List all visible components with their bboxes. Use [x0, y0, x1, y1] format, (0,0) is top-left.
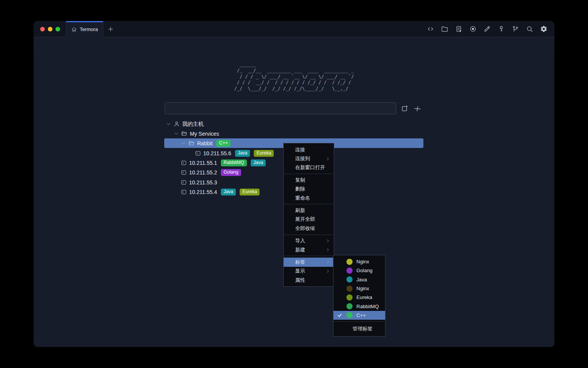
search-icon[interactable]: [524, 24, 534, 34]
tree-row-label: 10.211.55.4: [189, 189, 217, 195]
menu-item-label: 删除: [295, 186, 305, 192]
tree-row-label: 10.211.55.2: [189, 169, 217, 176]
tab-termora[interactable]: Termora: [66, 21, 103, 37]
submenu-item-cpp[interactable]: C++: [333, 311, 385, 320]
menu-item-refresh[interactable]: 刷新: [284, 206, 334, 215]
menu-item-connect[interactable]: 连接: [284, 145, 334, 154]
menu-item-delete[interactable]: 删除: [284, 185, 334, 194]
menu-item-label: 重命名: [295, 195, 310, 202]
tag-badge: RabbitMQ: [221, 159, 247, 166]
submenu-item-nginx-2[interactable]: Nginx: [333, 284, 385, 293]
chevron-right-icon: [326, 260, 330, 264]
menu-item-open-in-new-window[interactable]: 在新窗口打开: [284, 163, 334, 172]
tag-color-dot: [346, 276, 353, 283]
submenu-item-rabbitmq[interactable]: RabbitMQ: [333, 302, 385, 310]
menu-item-properties[interactable]: 属性: [284, 276, 334, 284]
chevron-right-icon: [326, 269, 330, 273]
tag-color-dot: [346, 286, 353, 292]
chevron-right-icon: [326, 157, 330, 161]
checkmark-icon: [336, 313, 343, 318]
submenu-item-label: RabbitMQ: [356, 304, 379, 309]
chevron-down-icon[interactable]: [174, 131, 179, 136]
menu-item-import[interactable]: 导入: [284, 237, 334, 245]
add-host-icon[interactable]: [399, 104, 409, 113]
submenu-item-label: Nginx: [356, 259, 369, 264]
menu-item-label: 在新窗口打开: [295, 164, 325, 171]
tree-row-label: 我的主机: [182, 121, 204, 128]
layout-toggle-icon[interactable]: [412, 104, 422, 113]
tree-row-label: My Services: [190, 131, 219, 137]
submenu-item-label: C++: [356, 312, 366, 318]
record-icon[interactable]: [468, 24, 478, 34]
menu-item-copy[interactable]: 复制: [284, 176, 334, 184]
menu-item-label: 新建: [295, 246, 305, 253]
tree-row-my-hosts[interactable]: 我的主机: [34, 119, 554, 129]
terminal-icon: [195, 150, 201, 156]
folder-icon[interactable]: [439, 24, 449, 34]
edit-icon[interactable]: [482, 24, 492, 34]
tag-submenu: Nginx Golang Java Nginx Eureka RabbitMQ …: [333, 255, 385, 337]
tag-badge: Java: [221, 189, 236, 196]
ascii-logo: ______ /_ __/__ _________ ___ ____ _____…: [234, 62, 354, 92]
chevron-down-icon[interactable]: [181, 141, 186, 146]
menu-item-label: 连接到: [295, 155, 310, 162]
menu-item-connect-to[interactable]: 连接到: [284, 154, 334, 163]
menu-item-label: 属性: [295, 277, 305, 284]
submenu-item-manage-tags[interactable]: 管理标签: [333, 323, 385, 334]
folder-open-icon: [188, 140, 195, 146]
tag-badge: Golang: [221, 169, 241, 176]
submenu-item-golang[interactable]: Golang: [333, 266, 385, 275]
tag-badge: Java: [251, 159, 266, 166]
menu-separator: [284, 174, 334, 174]
branch-icon[interactable]: [510, 24, 520, 34]
submenu-item-label: 管理标签: [353, 325, 372, 332]
tab-label: Termora: [80, 26, 98, 32]
menu-item-label: 连接: [295, 146, 305, 153]
chevron-down-icon[interactable]: [166, 122, 171, 127]
terminal-icon: [181, 169, 187, 176]
menu-item-label: 导入: [295, 237, 305, 244]
terminal-icon: [181, 189, 187, 195]
tag-badge: Eureka: [254, 150, 274, 157]
submenu-item-label: Nginx: [356, 286, 369, 291]
code-icon[interactable]: [425, 24, 435, 34]
log-file-icon[interactable]: [454, 24, 464, 34]
menu-item-collapse-all[interactable]: 全部收缩: [284, 224, 334, 233]
menu-item-label: 全部收缩: [295, 225, 315, 232]
home-icon: [71, 26, 77, 32]
minimize-window-button[interactable]: [48, 27, 52, 31]
traffic-lights: [34, 21, 66, 37]
menu-separator: [284, 256, 334, 256]
tree-row-label: 10.211.55.3: [189, 179, 217, 186]
tree-row-label: Rabbit: [197, 140, 212, 146]
tag-badge: C++: [216, 140, 230, 147]
tag-color-dot: [346, 312, 353, 318]
zoom-window-button[interactable]: [56, 27, 60, 31]
key-icon[interactable]: [496, 24, 506, 34]
submenu-item-java[interactable]: Java: [333, 275, 385, 284]
close-window-button[interactable]: [40, 27, 45, 31]
chevron-right-icon: [326, 239, 330, 243]
menu-item-show[interactable]: 显示: [284, 267, 334, 276]
toolbar: [425, 21, 554, 37]
tree-row-my-services[interactable]: My Services: [34, 129, 554, 138]
menu-item-tags[interactable]: 标签: [284, 258, 334, 266]
new-tab-button[interactable]: [103, 21, 118, 37]
submenu-item-eureka[interactable]: Eureka: [333, 293, 385, 302]
tag-color-dot: [346, 303, 353, 309]
tag-color-dot: [346, 268, 353, 274]
tag-color-dot: [346, 294, 353, 301]
menu-item-rename[interactable]: 重命名: [284, 194, 334, 202]
tag-badge: Java: [235, 150, 250, 157]
host-search-input[interactable]: [165, 102, 396, 114]
submenu-item-label: Golang: [356, 268, 372, 273]
settings-icon[interactable]: [539, 24, 549, 34]
tag-badge: Eureka: [240, 189, 260, 196]
menu-item-label: 显示: [295, 268, 305, 274]
submenu-item-label: Eureka: [356, 294, 372, 300]
submenu-item-nginx[interactable]: Nginx: [333, 257, 385, 266]
menu-item-label: 展开全部: [295, 216, 315, 223]
menu-item-label: 刷新: [295, 207, 305, 214]
menu-item-new[interactable]: 新建: [284, 245, 334, 254]
menu-item-expand-all[interactable]: 展开全部: [284, 215, 334, 224]
